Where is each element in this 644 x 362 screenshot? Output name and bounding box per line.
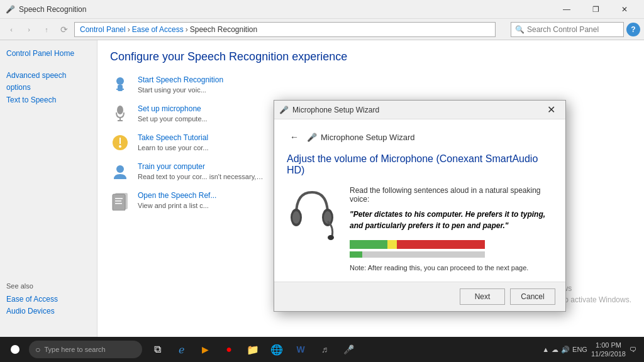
modal-back-button[interactable]: ← — [287, 129, 302, 145]
panel-text-set-up-microphone: Set up microphone Set up your compute... — [138, 104, 208, 123]
link-set-up-microphone[interactable]: Set up microphone — [138, 104, 201, 113]
modal-note: Note: After reading this, you can procee… — [350, 264, 553, 272]
svg-rect-7 — [119, 138, 121, 144]
link-train-computer[interactable]: Train your computer — [138, 162, 205, 171]
svg-point-9 — [116, 165, 124, 173]
link-start-speech[interactable]: Start Speech Recognition — [138, 75, 223, 84]
taskbar-search-text: Type here to search — [44, 346, 105, 353]
refresh-button[interactable]: ⟳ — [57, 22, 72, 37]
modal-wizard-title: 🎤 Microphone Setup Wizard — [307, 133, 415, 142]
notification-icon[interactable]: 🗨 — [630, 346, 636, 353]
tray-expand-icon[interactable]: ▲ — [542, 346, 549, 353]
system-tray: ▲ ☁ 🔊 ENG — [542, 346, 587, 354]
explorer-icon[interactable]: 📁 — [242, 337, 264, 362]
page-title: Configure your Speech Recognition experi… — [110, 50, 631, 63]
panel-item-start-speech: Start Speech Recognition Start using you… — [110, 75, 631, 95]
modal-content-inner: Read the following sentences aloud in a … — [287, 186, 553, 272]
svg-point-3 — [117, 106, 123, 114]
svg-rect-5 — [118, 120, 123, 121]
modal-title: 🎤 Microphone Setup Wizard — [279, 106, 541, 114]
help-button[interactable]: ? — [626, 23, 640, 36]
sidebar-item-text-to-speech[interactable]: Text to Speech — [6, 94, 91, 106]
panel-text-take-tutorial: Take Speech Tutorial Learn to use your c… — [138, 133, 209, 152]
svg-rect-14 — [115, 203, 122, 204]
tray-volume-icon[interactable]: 🔊 — [561, 346, 570, 354]
search-box[interactable]: 🔍 — [511, 22, 624, 37]
vlc-icon[interactable]: ▶ — [194, 337, 216, 362]
taskbar: ○ Type here to search ⧉ ℯ ▶ ● 📁 🌐 W ♬ 🎤 … — [0, 337, 644, 362]
desc-train-computer: Read text to your cor... isn't necessary… — [138, 172, 264, 181]
taskbar-time[interactable]: 1:00 PM 11/29/2018 — [591, 341, 626, 359]
next-button[interactable]: Next — [460, 288, 505, 305]
link-take-tutorial[interactable]: Take Speech Tutorial — [138, 133, 208, 142]
maximize-button[interactable]: ❐ — [581, 0, 610, 19]
sidebar-main-links: Control Panel Home — [6, 48, 91, 60]
cortana-icon: ○ — [35, 344, 40, 354]
sidebar-item-audio-devices[interactable]: Audio Devices — [6, 305, 91, 317]
svg-rect-11 — [113, 194, 125, 211]
modal-close-button[interactable]: ✕ — [541, 102, 560, 118]
modal-mic-icon-2: 🎤 — [307, 133, 317, 142]
minimize-button[interactable]: — — [552, 0, 581, 19]
chrome-icon[interactable]: 🌐 — [265, 337, 288, 362]
modal-nav: ← 🎤 Microphone Setup Wizard — [287, 129, 553, 145]
address-path[interactable]: Control Panel › Ease of Access › Speech … — [74, 22, 496, 37]
media-icon[interactable]: ● — [218, 337, 240, 362]
modal-mic-icon: 🎤 — [279, 106, 289, 114]
app-icon: 🎤 — [5, 4, 15, 14]
taskbar-right: ▲ ☁ 🔊 ENG 1:00 PM 11/29/2018 🗨 — [542, 341, 641, 359]
content-area: Configure your Speech Recognition experi… — [97, 40, 644, 337]
svg-rect-1 — [118, 85, 123, 91]
headset-image — [287, 186, 337, 243]
sidebar-item-advanced-speech[interactable]: Advanced speech options — [6, 70, 91, 94]
svg-rect-12 — [115, 198, 123, 199]
panel-text-train-computer: Train your computer Read text to your co… — [138, 162, 264, 181]
svg-point-0 — [116, 77, 124, 85]
modal-content-title: Adjust the volume of Microphone (Conexan… — [287, 153, 553, 176]
search-icon: 🔍 — [515, 25, 525, 34]
svg-point-8 — [119, 145, 121, 148]
panel-text-open-reference: Open the Speech Ref... View and print a … — [138, 190, 216, 210]
volume-bar-2 — [350, 251, 485, 258]
tray-cloud-icon[interactable]: ☁ — [552, 346, 558, 354]
svg-rect-2 — [116, 89, 124, 90]
breadcrumb-speech-recognition: Speech Recognition — [190, 25, 257, 34]
start-button[interactable] — [3, 337, 28, 362]
title-bar: 🎤 Speech Recognition — ❐ ✕ — [0, 0, 644, 19]
search-input[interactable] — [527, 25, 619, 34]
taskbar-search-box[interactable]: ○ Type here to search — [29, 341, 142, 358]
tutorial-icon — [110, 133, 130, 153]
word-icon[interactable]: W — [289, 337, 312, 362]
modal-body: ← 🎤 Microphone Setup Wizard Adjust the v… — [274, 119, 565, 282]
link-open-reference[interactable]: Open the Speech Ref... — [138, 191, 216, 200]
edge-icon[interactable]: ℯ — [170, 337, 192, 362]
breadcrumb-control-panel[interactable]: Control Panel — [80, 25, 126, 34]
clock-time: 1:00 PM — [591, 341, 626, 349]
sidebar-speech-links: Advanced speech options Text to Speech — [6, 70, 91, 106]
forward-button[interactable]: › — [21, 22, 36, 37]
task-view-button[interactable]: ⧉ — [146, 337, 169, 362]
music-icon[interactable]: ♬ — [313, 337, 336, 362]
mic-taskbar-icon[interactable]: 🎤 — [337, 337, 360, 362]
volume-bars — [350, 240, 553, 258]
clock-date: 11/29/2018 — [591, 349, 626, 358]
address-bar: ‹ › ↑ ⟳ Control Panel › Ease of Access ›… — [0, 19, 644, 40]
back-button[interactable]: ‹ — [4, 22, 19, 37]
breadcrumb-ease-of-access[interactable]: Ease of Access — [132, 25, 184, 34]
modal-title-bar: 🎤 Microphone Setup Wizard ✕ — [274, 101, 565, 119]
sidebar-item-ease-of-access[interactable]: Ease of Access — [6, 293, 91, 305]
close-button[interactable]: ✕ — [610, 0, 639, 19]
cancel-button[interactable]: Cancel — [510, 288, 555, 305]
modal-instruction: Read the following sentences aloud in a … — [350, 186, 553, 204]
modal-right-content: Read the following sentences aloud in a … — [350, 186, 553, 272]
panel-text-start-speech: Start Speech Recognition Start using you… — [138, 75, 223, 94]
svg-point-19 — [328, 235, 334, 240]
microphone-icon — [110, 104, 130, 124]
desc-open-reference: View and print a list c... — [138, 201, 216, 210]
train-icon — [110, 162, 130, 182]
up-button[interactable]: ↑ — [39, 22, 54, 37]
main-area: Control Panel Home Advanced speech optio… — [0, 40, 644, 337]
sidebar-item-control-panel-home[interactable]: Control Panel Home — [6, 48, 91, 60]
volume-bar-1-green — [350, 240, 387, 249]
title-bar-title: Speech Recognition — [19, 5, 552, 14]
